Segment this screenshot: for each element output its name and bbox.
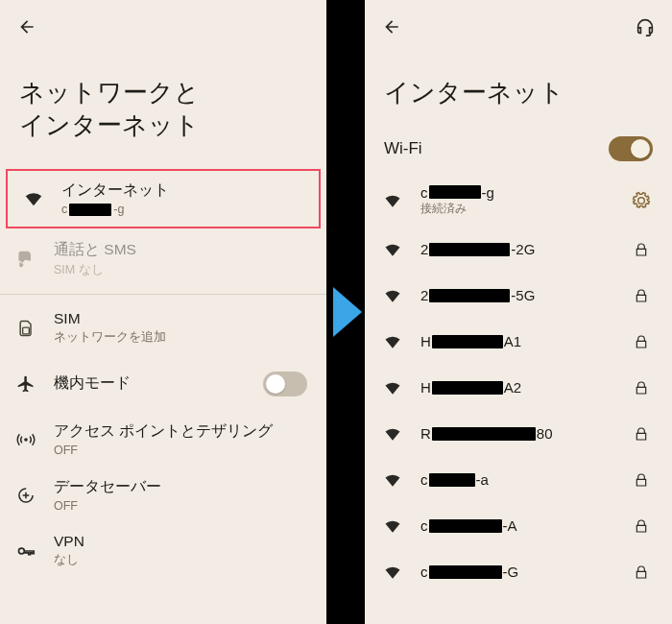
row-label: 通話と SMS (54, 240, 307, 260)
back-arrow-icon (382, 17, 401, 36)
divider (0, 294, 326, 295)
wifi-network-row[interactable]: c-G (365, 549, 672, 595)
back-button[interactable] (378, 13, 405, 40)
wifi-name: R80 (420, 425, 612, 442)
lock-icon (630, 288, 653, 303)
wifi-network-row[interactable]: c-A (365, 503, 672, 549)
airplane-icon (13, 374, 38, 394)
wifi-name: HA2 (420, 379, 612, 396)
row-label: インターネット (61, 180, 300, 201)
hotspot-icon (13, 430, 38, 449)
wifi-network-list: 2-2G2-5GHA1HA2R80c-ac-Ac-G (365, 227, 672, 595)
row-sublabel: なし (54, 552, 307, 568)
row-hotspot[interactable]: アクセス ポイントとテザリング OFF (0, 412, 326, 468)
network-settings-screen: ネットワークとインターネット インターネット c-g 通話と SMS SIM な… (0, 0, 326, 624)
lock-icon (630, 242, 653, 257)
wifi-name: c-g (420, 184, 612, 201)
wifi-network-row[interactable]: HA1 (365, 319, 672, 365)
row-sublabel: OFF (54, 444, 307, 457)
row-sublabel: ネットワークを追加 (54, 329, 307, 346)
svg-point-1 (24, 438, 28, 442)
wifi-signal-icon (382, 332, 403, 351)
wifi-network-row[interactable]: HA2 (365, 365, 672, 411)
wifi-name: HA1 (420, 333, 612, 349)
phone-sms-icon (13, 250, 38, 269)
wifi-network-row[interactable]: 2-2G (365, 227, 672, 273)
lock-icon (630, 518, 653, 534)
row-calls-sms: 通話と SMS SIM なし (0, 230, 326, 288)
tutorial-highlight: インターネット c-g (6, 169, 321, 228)
sim-icon (13, 319, 38, 338)
lock-icon (630, 334, 653, 349)
row-sublabel: c-g (61, 203, 300, 216)
wifi-name: c-a (420, 471, 612, 488)
row-label: アクセス ポイントとテザリング (54, 421, 307, 442)
wifi-network-row[interactable]: 2-5G (365, 273, 672, 319)
row-sublabel: SIM なし (54, 262, 307, 278)
wifi-network-row[interactable]: c-a (365, 457, 672, 503)
lock-icon (630, 564, 653, 580)
row-internet[interactable]: インターネット c-g (8, 171, 319, 227)
wifi-label: Wi-Fi (384, 139, 422, 158)
wifi-connected-row[interactable]: c-g 接続済み (365, 175, 672, 227)
wifi-signal-icon (382, 424, 403, 444)
row-data-saver[interactable]: データセーバー OFF (0, 468, 326, 523)
help-button[interactable] (632, 13, 659, 40)
wifi-name: c-G (420, 564, 612, 580)
wifi-name: 2-5G (420, 287, 612, 303)
wifi-signal-icon (382, 240, 403, 259)
gear-icon (632, 191, 651, 210)
lock-icon (630, 472, 653, 488)
row-label: データセーバー (54, 477, 307, 497)
wifi-signal-icon (382, 470, 403, 490)
arrow-right-icon (333, 287, 362, 337)
wifi-toggle[interactable] (609, 136, 653, 161)
transition-arrow-column (326, 0, 365, 624)
wifi-name: c-A (420, 517, 612, 534)
row-label: VPN (54, 533, 307, 550)
svg-rect-0 (23, 327, 30, 334)
headset-icon (635, 16, 656, 37)
back-arrow-icon (17, 17, 36, 36)
airplane-toggle[interactable] (263, 372, 307, 396)
wifi-icon (21, 188, 46, 209)
wifi-signal-icon (382, 516, 403, 536)
topbar (365, 0, 672, 54)
wifi-settings-button[interactable] (630, 191, 653, 210)
row-vpn[interactable]: VPN なし (0, 523, 326, 579)
row-airplane-mode[interactable]: 機内モード (0, 356, 326, 412)
wifi-network-row[interactable]: R80 (365, 411, 672, 457)
lock-icon (630, 426, 653, 442)
row-sublabel: OFF (54, 499, 307, 513)
row-label: 機内モード (54, 373, 248, 394)
data-saver-icon (13, 486, 38, 505)
wifi-name: 2-2G (420, 241, 612, 257)
wifi-status: 接続済み (420, 201, 612, 217)
internet-settings-screen: インターネット Wi-Fi c-g 接続済み 2-2G2-5GHA1HA2R80… (365, 0, 672, 624)
back-button[interactable] (13, 13, 40, 40)
lock-icon (630, 380, 653, 396)
svg-point-3 (18, 548, 24, 554)
topbar (0, 0, 326, 54)
row-sim[interactable]: SIM ネットワークを追加 (0, 300, 326, 356)
wifi-signal-icon (382, 286, 403, 305)
vpn-key-icon (13, 540, 38, 562)
wifi-signal-icon (382, 563, 403, 582)
row-label: SIM (54, 310, 307, 327)
page-title: インターネット (365, 54, 672, 129)
wifi-toggle-row[interactable]: Wi-Fi (365, 129, 672, 175)
page-title: ネットワークとインターネット (0, 54, 326, 169)
wifi-signal-icon (382, 378, 403, 397)
wifi-signal-icon (382, 191, 403, 210)
